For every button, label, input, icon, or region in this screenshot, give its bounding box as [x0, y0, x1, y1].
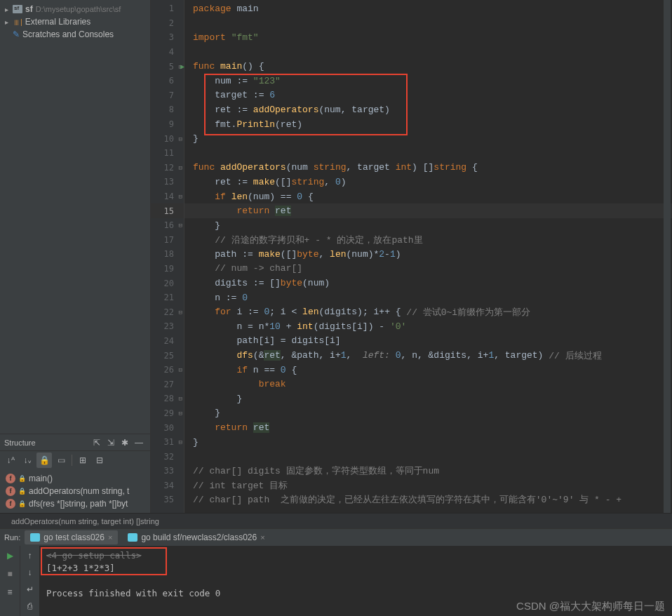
gutter-line[interactable]: 29⊟ [151, 406, 184, 421]
code-line[interactable]: n = n*10 + int(digits[i]) - '0' [184, 319, 672, 334]
gutter-line[interactable]: 31⊟ [151, 435, 184, 450]
code-line[interactable]: } [184, 406, 672, 421]
code-line[interactable]: } [184, 131, 672, 146]
expand-all-icon[interactable]: ⊞ [75, 453, 90, 468]
gutter-line[interactable]: 25 [151, 348, 184, 363]
project-root[interactable]: ▸ sf D:\mysetup\gopath\src\sf [0, 3, 150, 15]
gutter-line[interactable]: 26⊟ [151, 363, 184, 377]
gutter-line[interactable]: 33 [151, 464, 184, 478]
filter-lock-icon[interactable]: 🔒 [36, 453, 52, 468]
code-line[interactable]: fmt.Println(ret) [184, 117, 672, 132]
code-line[interactable] [184, 146, 672, 161]
code-line[interactable]: digits := []byte(num) [184, 276, 672, 290]
gutter-line[interactable]: 7 [151, 88, 184, 103]
gutter-line[interactable]: 3 [151, 30, 184, 45]
print-icon[interactable]: ⎙ [23, 599, 37, 613]
sort-visibility-icon[interactable]: ↓ᵥ [20, 453, 35, 468]
fold-icon[interactable]: ⊟ [179, 222, 182, 229]
code-line[interactable]: func main() { [184, 59, 672, 74]
code-line[interactable]: break [184, 377, 672, 391]
down-icon[interactable]: ↓ [23, 565, 37, 580]
gutter-line[interactable]: 4 [151, 45, 184, 60]
layout-icon[interactable]: ≡ [3, 585, 17, 599]
fold-icon[interactable]: ⊟ [179, 164, 182, 171]
gutter-line[interactable]: 16⊟ [151, 218, 184, 233]
up-icon[interactable]: ↑ [23, 549, 37, 563]
fold-icon[interactable]: ⊟ [179, 438, 182, 446]
code-line[interactable]: num := "123" [184, 74, 672, 88]
expand-icon[interactable]: ⇱ [90, 436, 104, 450]
gutter-line[interactable]: 20 [151, 276, 184, 290]
stop-icon[interactable]: ■ [3, 567, 17, 581]
code-line[interactable]: } [184, 435, 672, 450]
code-line[interactable]: if n == 0 { [184, 363, 672, 377]
fold-icon[interactable]: ⊟ [179, 395, 182, 402]
code-line[interactable]: return ret [184, 420, 672, 435]
code-line[interactable]: ret := make([]string, 0) [184, 175, 672, 189]
hide-icon[interactable]: — [132, 436, 146, 450]
gutter-line[interactable]: 9 [151, 117, 184, 132]
gutter-line[interactable]: 12⊟ [151, 161, 184, 175]
gutter[interactable]: 12345▶⊟678910⊟1112⊟1314⊟1516⊟17181920212… [151, 0, 184, 513]
fold-icon[interactable]: ⊟ [179, 193, 182, 200]
gutter-line[interactable]: 27 [151, 377, 184, 391]
gutter-line[interactable]: 22⊟ [151, 304, 184, 319]
code-line[interactable] [184, 449, 672, 464]
close-icon[interactable]: × [260, 533, 264, 542]
structure-item[interactable]: f🔒dfs(res *[]string, path *[]byt [0, 497, 150, 510]
code-line[interactable]: dfs(&ret, &path, i+1, left: 0, n, &digit… [184, 348, 672, 363]
gutter-line[interactable]: 35 [151, 493, 184, 507]
close-icon[interactable]: × [108, 533, 112, 542]
external-libraries[interactable]: ▸ ⫼| External Libraries [0, 15, 150, 28]
run-tab-active[interactable]: go test class026 × [25, 530, 118, 544]
gutter-line[interactable]: 11 [151, 146, 184, 161]
gutter-line[interactable]: 21 [151, 290, 184, 305]
code-line[interactable]: // 沿途的数字拷贝和+ - * 的决定，放在path里 [184, 233, 672, 248]
fold-icon[interactable]: ⊟ [179, 135, 182, 142]
gutter-line[interactable]: 13 [151, 175, 184, 189]
code-line[interactable]: import "fmt" [184, 30, 672, 45]
code-line[interactable]: target := 6 [184, 88, 672, 103]
gutter-line[interactable]: 28⊟ [151, 391, 184, 406]
fold-icon[interactable]: ⊟ [179, 366, 182, 373]
rerun-icon[interactable]: ▶ [3, 549, 17, 563]
gutter-line[interactable]: 1 [151, 1, 184, 16]
code-line[interactable]: } [184, 391, 672, 406]
gutter-line[interactable]: 32 [151, 449, 184, 464]
scratches[interactable]: ✎ Scratches and Consoles [0, 28, 150, 41]
gutter-line[interactable]: 8 [151, 102, 184, 117]
collapse-all-icon[interactable]: ⊟ [92, 453, 107, 468]
gutter-line[interactable]: 14⊟ [151, 189, 184, 204]
gear-icon[interactable]: ✱ [118, 436, 132, 450]
code-line[interactable]: // num -> char[] [184, 262, 672, 276]
sort-alpha-icon[interactable]: ↓ᴬ [3, 453, 18, 468]
chevron-right-icon[interactable]: ▸ [3, 6, 10, 13]
fold-icon[interactable]: ⊟ [179, 63, 182, 70]
breadcrumb-bar[interactable]: addOperators(num string, target int) []s… [0, 513, 672, 528]
structure-item[interactable]: f🔒addOperators(num string, t [0, 485, 150, 497]
code-line[interactable]: ret := addOperators(num, target) [184, 102, 672, 117]
code-line[interactable]: if len(num) == 0 { [184, 189, 672, 204]
gutter-line[interactable]: 17 [151, 233, 184, 248]
code-line[interactable]: for i := 0; i < len(digits); i++ { // 尝试… [184, 304, 672, 319]
run-tab-inactive[interactable]: go build sf/newclass2/class026 × [122, 530, 270, 544]
fold-icon[interactable]: ⊟ [179, 309, 182, 316]
code-line[interactable]: func addOperators(num string, target int… [184, 161, 672, 175]
structure-item[interactable]: f🔒main() [0, 472, 150, 485]
code-line[interactable]: // int target 目标 [184, 478, 672, 493]
fold-icon[interactable]: ⊟ [179, 410, 182, 417]
gutter-line[interactable]: 19 [151, 262, 184, 276]
gutter-line[interactable]: 5▶⊟ [151, 59, 184, 74]
code-line[interactable]: return ret [184, 203, 672, 218]
code-line[interactable] [184, 16, 672, 31]
scrollbar[interactable] [664, 0, 671, 513]
chevron-right-icon[interactable]: ▸ [3, 18, 10, 26]
gutter-line[interactable]: 30 [151, 420, 184, 435]
gutter-line[interactable]: 18 [151, 247, 184, 262]
gutter-line[interactable]: 24 [151, 334, 184, 349]
gutter-line[interactable]: 10⊟ [151, 131, 184, 146]
code-line[interactable]: path := make([]byte, len(num)*2-1) [184, 247, 672, 262]
gutter-line[interactable]: 2 [151, 16, 184, 31]
gutter-line[interactable]: 15 [151, 203, 184, 218]
code-line[interactable] [184, 45, 672, 60]
